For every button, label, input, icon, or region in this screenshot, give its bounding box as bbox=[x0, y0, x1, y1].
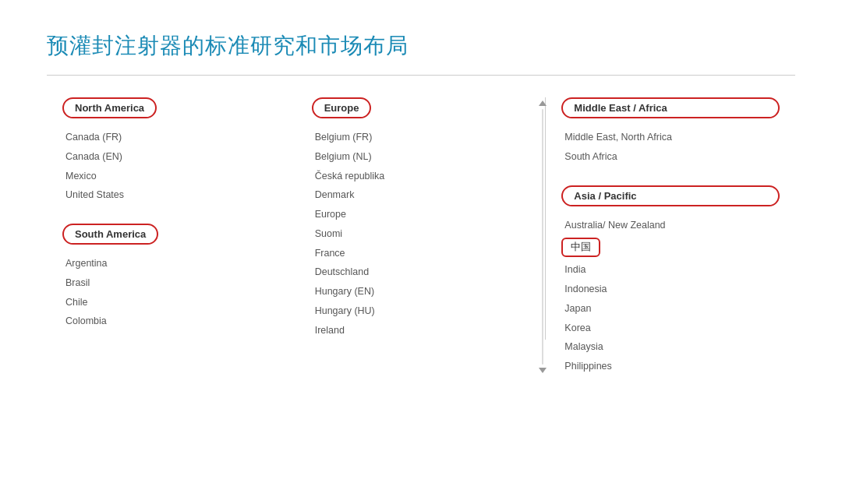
list-item: Colombia bbox=[62, 312, 281, 331]
list-item: Europe bbox=[312, 205, 530, 224]
north-america-countries: Canada (FR) Canada (EN) Mexico United St… bbox=[62, 128, 281, 205]
region-header-north-america: North America bbox=[62, 97, 157, 118]
list-item: Brasil bbox=[62, 273, 281, 293]
list-item: Hungary (EN) bbox=[312, 282, 530, 301]
list-item: Mexico bbox=[62, 167, 281, 186]
list-item: Malaysia bbox=[561, 337, 780, 357]
page-title: 预灌封注射器的标准研究和市场布局 bbox=[47, 31, 795, 61]
list-item: Ireland bbox=[312, 321, 530, 340]
list-item: Australia/ New Zealand bbox=[561, 216, 780, 235]
page-wrapper: 预灌封注射器的标准研究和市场布局 North America Canada (F… bbox=[0, 0, 842, 504]
scroll-up-icon[interactable] bbox=[539, 100, 547, 106]
region-header-asia-pacific: Asia / Pacific bbox=[561, 185, 780, 206]
list-item: Argentina bbox=[62, 254, 281, 273]
title-divider bbox=[47, 75, 795, 76]
list-item: Belgium (NL) bbox=[312, 147, 530, 167]
column-middle-east-asia: Middle East / Africa Middle East, North … bbox=[546, 97, 795, 376]
list-item: Indonesia bbox=[561, 280, 780, 299]
middle-east-countries: Middle East, North Africa South Africa bbox=[561, 128, 780, 167]
list-item: Deutschland bbox=[312, 263, 530, 282]
column-europe: Europe Belgium (FR) Belgium (NL) Česká r… bbox=[296, 97, 547, 340]
list-item: Canada (EN) bbox=[62, 147, 281, 167]
list-item: Chile bbox=[62, 293, 281, 312]
south-america-countries: Argentina Brasil Chile Colombia bbox=[62, 254, 281, 331]
europe-countries: Belgium (FR) Belgium (NL) Česká republik… bbox=[312, 128, 530, 340]
china-highlighted-label: 中国 bbox=[561, 238, 600, 257]
right-col-inner: Middle East / Africa Middle East, North … bbox=[561, 97, 780, 376]
list-item: France bbox=[312, 244, 530, 263]
list-item: Japan bbox=[561, 299, 780, 319]
scroll-down-icon[interactable] bbox=[539, 368, 547, 373]
list-item: United States bbox=[62, 185, 281, 205]
region-header-europe: Europe bbox=[312, 97, 372, 118]
list-item: Hungary (HU) bbox=[312, 301, 530, 321]
list-item: Philippines bbox=[561, 357, 780, 376]
list-item: Suomi bbox=[312, 224, 530, 244]
columns-container: North America Canada (FR) Canada (EN) Me… bbox=[47, 97, 795, 376]
list-item: India bbox=[561, 260, 780, 280]
list-item: Middle East, North Africa bbox=[561, 128, 780, 147]
scroll-indicator[interactable] bbox=[536, 97, 549, 376]
list-item: Korea bbox=[561, 319, 780, 338]
list-item: South Africa bbox=[561, 147, 780, 167]
list-item: Česká republika bbox=[312, 167, 530, 186]
highlighted-country-china: 中国 bbox=[561, 234, 780, 260]
asia-pacific-countries: Australia/ New Zealand 中国 India Indonesi… bbox=[561, 216, 780, 376]
list-item: Canada (FR) bbox=[62, 128, 281, 147]
column-americas: North America Canada (FR) Canada (EN) Me… bbox=[47, 97, 296, 331]
region-header-south-america: South America bbox=[62, 224, 158, 245]
list-item: Belgium (FR) bbox=[312, 128, 530, 147]
list-item: Denmark bbox=[312, 185, 530, 205]
scroll-track bbox=[542, 109, 543, 365]
region-header-middle-east: Middle East / Africa bbox=[561, 97, 780, 118]
